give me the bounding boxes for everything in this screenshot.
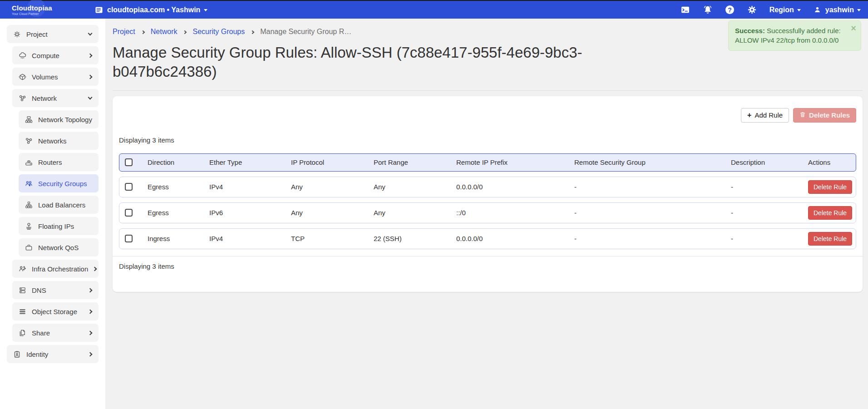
breadcrumb-network[interactable]: Network: [151, 28, 178, 36]
sidebar: Project Compute Volumes Network: [0, 19, 105, 409]
bell-icon[interactable]: [703, 5, 713, 15]
main-content: Project Network Security Groups Manage S…: [105, 19, 868, 409]
console-icon[interactable]: [681, 5, 690, 15]
table-row: Egress IPv4 Any Any 0.0.0.0/0 - - Delete…: [119, 177, 856, 197]
sidebar-item-label: Routers: [38, 158, 93, 166]
sidebar-item-network-topology[interactable]: Network Topology: [19, 110, 99, 128]
top-navbar: Cloudtopiaa Your Cloud Partner cloudtopi…: [0, 1, 868, 19]
brand-logo[interactable]: Cloudtopiaa Your Cloud Partner: [12, 4, 62, 15]
cell-direction: Egress: [148, 183, 209, 191]
floating-ips-icon: [24, 222, 33, 231]
infra-orchestration-icon: [18, 264, 27, 273]
cell-port-range: Any: [374, 209, 456, 217]
close-icon[interactable]: [851, 24, 856, 33]
delete-rule-button[interactable]: Delete Rule: [808, 206, 852, 220]
sidebar-item-floating-ips[interactable]: Floating IPs: [19, 217, 99, 235]
add-rule-label: Add Rule: [755, 111, 783, 119]
sidebar-item-load-balancers[interactable]: Load Balancers: [19, 196, 99, 214]
chevron-right-icon: [183, 30, 187, 34]
chevron-down-icon: [88, 95, 93, 100]
column-header-direction: Direction: [148, 158, 209, 166]
select-all-checkbox[interactable]: [125, 158, 133, 166]
brand-name: Cloudtopiaa: [12, 4, 62, 12]
gear-icon[interactable]: [747, 5, 757, 15]
routers-icon: [24, 158, 33, 167]
dns-icon: [18, 286, 27, 295]
network-topology-icon: [24, 115, 33, 124]
sidebar-item-label: Project: [26, 30, 84, 38]
security-groups-icon: [24, 179, 33, 188]
chevron-right-icon: [88, 352, 93, 356]
sidebar-item-dns[interactable]: DNS: [12, 281, 99, 299]
sidebar-item-security-groups[interactable]: Security Groups: [19, 174, 99, 192]
sidebar-item-label: Infra Orchestration: [32, 265, 88, 273]
chevron-right-icon: [141, 30, 145, 34]
object-storage-icon: [18, 307, 27, 316]
cell-direction: Egress: [148, 209, 209, 217]
cell-ether-type: IPv4: [209, 235, 291, 242]
project-gear-icon: [12, 30, 21, 39]
delete-rule-button[interactable]: Delete Rule: [808, 232, 852, 246]
volumes-cube-icon: [18, 72, 27, 81]
context-switcher-label: cloudtopiaa.com • Yashwin: [107, 6, 200, 14]
sidebar-item-label: Network Topology: [38, 116, 93, 123]
cell-direction: Ingress: [148, 235, 209, 242]
sidebar-item-share[interactable]: Share: [12, 324, 99, 342]
sidebar-item-label: Networks: [38, 137, 93, 145]
delete-rules-button[interactable]: Delete Rules: [793, 108, 856, 123]
project-context-switcher[interactable]: cloudtopiaa.com • Yashwin: [94, 5, 207, 15]
row-checkbox[interactable]: [125, 183, 133, 191]
sidebar-item-label: DNS: [32, 286, 84, 294]
sidebar-item-routers[interactable]: Routers: [19, 153, 99, 171]
cell-remote-security-group: -: [574, 235, 731, 242]
region-menu[interactable]: Region: [769, 6, 801, 14]
sidebar-item-project[interactable]: Project: [7, 25, 99, 43]
rules-panel: Add Rule Delete Rules Displaying 3 items…: [113, 96, 863, 292]
cell-remote-ip-prefix: ::/0: [456, 209, 574, 217]
sidebar-item-label: Network QoS: [38, 244, 93, 251]
column-header-port-range: Port Range: [374, 158, 456, 166]
sidebar-item-network-qos[interactable]: Network QoS: [19, 238, 99, 256]
chevron-down-icon: [204, 9, 207, 11]
load-balancers-icon: [24, 200, 33, 209]
breadcrumb-security-groups[interactable]: Security Groups: [192, 28, 245, 36]
delete-rules-label: Delete Rules: [809, 111, 850, 119]
row-checkbox[interactable]: [125, 209, 133, 217]
cell-remote-ip-prefix: 0.0.0.0/0: [456, 235, 574, 242]
row-checkbox[interactable]: [125, 235, 133, 242]
sidebar-item-object-storage[interactable]: Object Storage: [12, 302, 99, 320]
cell-remote-ip-prefix: 0.0.0.0/0: [456, 183, 574, 191]
chevron-right-icon: [88, 53, 93, 58]
sidebar-item-label: Object Storage: [32, 308, 84, 315]
delete-rule-button[interactable]: Delete Rule: [808, 180, 852, 194]
user-menu[interactable]: yashwin: [813, 5, 861, 15]
chevron-right-icon: [88, 309, 93, 314]
chevron-right-icon: [88, 330, 93, 335]
chevron-right-icon: [88, 288, 93, 292]
networks-icon: [24, 136, 33, 145]
sidebar-item-label: Network: [32, 94, 84, 102]
sidebar-item-network[interactable]: Network: [12, 89, 99, 107]
sidebar-item-label: Load Balancers: [38, 201, 93, 209]
sidebar-item-infra-orchestration[interactable]: Infra Orchestration: [12, 260, 99, 278]
add-rule-button[interactable]: Add Rule: [741, 108, 789, 123]
chevron-down-icon: [797, 9, 801, 11]
items-count-top: Displaying 3 items: [119, 136, 856, 144]
sidebar-item-compute[interactable]: Compute: [12, 46, 99, 64]
sidebar-item-volumes[interactable]: Volumes: [12, 68, 99, 86]
chevron-right-icon: [88, 74, 93, 79]
chevron-right-icon: [251, 30, 254, 34]
table-toolbar: Add Rule Delete Rules: [119, 108, 856, 123]
user-icon: [813, 5, 822, 15]
sidebar-item-identity[interactable]: Identity: [7, 345, 99, 363]
network-qos-icon: [24, 243, 33, 252]
breadcrumb-project[interactable]: Project: [113, 28, 135, 36]
table-row: Ingress IPv4 TCP 22 (SSH) 0.0.0.0/0 - - …: [119, 228, 856, 249]
help-icon[interactable]: [725, 5, 735, 15]
cell-remote-security-group: -: [574, 209, 731, 217]
compute-cloud-icon: [18, 51, 27, 60]
trash-icon: [799, 111, 806, 119]
sidebar-item-label: Volumes: [32, 73, 84, 81]
table-header-row: Direction Ether Type IP Protocol Port Ra…: [119, 153, 856, 172]
sidebar-item-networks[interactable]: Networks: [19, 132, 99, 150]
